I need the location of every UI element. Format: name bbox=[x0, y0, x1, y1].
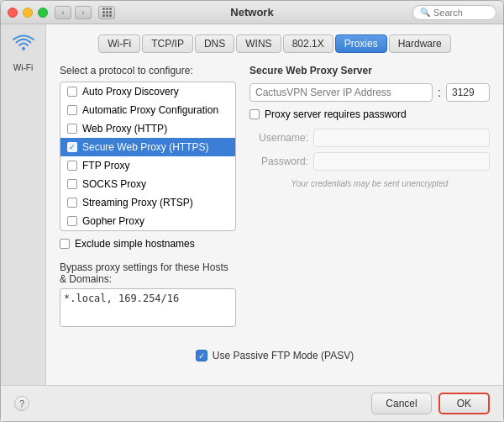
tab-dns[interactable]: DNS bbox=[195, 34, 234, 53]
proto-web-proxy-http[interactable]: Web Proxy (HTTP) bbox=[60, 119, 235, 138]
proto-label-auto-config: Automatic Proxy Configuration bbox=[82, 104, 218, 116]
tab-wifi[interactable]: Wi-Fi bbox=[98, 34, 140, 53]
proto-label-socks: SOCKS Proxy bbox=[82, 178, 146, 190]
nav-buttons: ‹ › bbox=[55, 6, 115, 19]
main-panel: Wi-Fi TCP/IP DNS WINS 802.1X Proxies Har… bbox=[46, 24, 503, 385]
credentials-note: Your credentials may be sent unencrypted bbox=[249, 179, 490, 188]
search-box[interactable]: 🔍 bbox=[412, 5, 496, 20]
exclude-row: Exclude simple hostnames bbox=[60, 238, 236, 250]
server-row: : bbox=[249, 83, 490, 102]
bypass-label: Bypass proxy settings for these Hosts & … bbox=[60, 261, 236, 285]
proto-streaming-proxy[interactable]: Streaming Proxy (RTSP) bbox=[60, 193, 235, 212]
maximize-button[interactable] bbox=[38, 8, 48, 18]
wifi-icon bbox=[12, 33, 35, 58]
password-input[interactable] bbox=[313, 152, 490, 171]
proto-label-auto: Auto Proxy Discovery bbox=[82, 86, 179, 98]
proto-checkbox-streaming bbox=[67, 198, 77, 208]
footer: ? Cancel OK bbox=[1, 385, 503, 421]
proto-checkbox-ftp bbox=[67, 161, 77, 171]
cancel-button[interactable]: Cancel bbox=[371, 393, 431, 414]
tab-tcpip[interactable]: TCP/IP bbox=[142, 34, 193, 53]
back-button[interactable]: ‹ bbox=[55, 6, 71, 19]
password-label: Password: bbox=[249, 156, 308, 167]
tab-proxies[interactable]: Proxies bbox=[335, 34, 387, 53]
footer-buttons: Cancel OK bbox=[371, 393, 490, 414]
port-input[interactable] bbox=[446, 83, 490, 102]
pasv-row: Use Passive FTP Mode (PASV) bbox=[196, 350, 354, 361]
sidebar: Wi-Fi bbox=[1, 24, 46, 385]
proto-automatic-proxy-config[interactable]: Automatic Proxy Configuration bbox=[60, 101, 235, 119]
proto-checkbox-gopher bbox=[67, 216, 77, 226]
grid-button[interactable] bbox=[98, 6, 115, 19]
proto-checkbox-auto bbox=[67, 87, 77, 97]
password-row: Password: bbox=[249, 152, 490, 171]
proto-label-gopher: Gopher Proxy bbox=[82, 215, 144, 227]
ok-button[interactable]: OK bbox=[438, 393, 490, 414]
exclude-label: Exclude simple hostnames bbox=[75, 238, 195, 250]
window: ‹ › Network 🔍 bbox=[0, 0, 504, 422]
tabs: Wi-Fi TCP/IP DNS WINS 802.1X Proxies Har… bbox=[60, 34, 490, 53]
minimize-button[interactable] bbox=[23, 8, 33, 18]
server-input[interactable] bbox=[249, 83, 433, 102]
window-buttons bbox=[8, 8, 48, 18]
proto-checkbox-https bbox=[67, 142, 77, 152]
proto-label-http: Web Proxy (HTTP) bbox=[82, 123, 167, 135]
proxy-password-row: Proxy server requires password bbox=[249, 108, 490, 120]
pasv-checkbox[interactable] bbox=[196, 350, 207, 361]
pasv-label: Use Passive FTP Mode (PASV) bbox=[213, 350, 354, 361]
bypass-textarea[interactable] bbox=[60, 288, 236, 327]
body: Select a protocol to configure: Auto Pro… bbox=[60, 65, 490, 350]
tab-8021x[interactable]: 802.1X bbox=[283, 34, 333, 53]
forward-button[interactable]: › bbox=[75, 6, 92, 19]
window-title: Network bbox=[230, 6, 273, 18]
left-panel: Select a protocol to configure: Auto Pro… bbox=[60, 65, 236, 350]
svg-point-0 bbox=[22, 47, 25, 50]
proto-socks-proxy[interactable]: SOCKS Proxy bbox=[60, 175, 235, 193]
protocol-list: Auto Proxy Discovery Automatic Proxy Con… bbox=[60, 82, 236, 231]
username-input[interactable] bbox=[313, 129, 490, 147]
tab-wins[interactable]: WINS bbox=[236, 34, 281, 53]
proto-label-https: Secure Web Proxy (HTTPS) bbox=[82, 141, 208, 153]
colon-separator: : bbox=[438, 86, 441, 99]
tab-hardware[interactable]: Hardware bbox=[389, 34, 451, 53]
sidebar-wifi-label: Wi-Fi bbox=[13, 63, 33, 72]
proto-ftp-proxy[interactable]: FTP Proxy bbox=[60, 156, 235, 175]
protocol-section-label: Select a protocol to configure: bbox=[60, 65, 236, 76]
search-icon: 🔍 bbox=[420, 8, 430, 17]
username-row: Username: bbox=[249, 129, 490, 147]
proto-label-streaming: Streaming Proxy (RTSP) bbox=[82, 197, 193, 208]
close-button[interactable] bbox=[8, 8, 18, 18]
bottom-area: Use Passive FTP Mode (PASV) bbox=[60, 350, 490, 375]
proto-secure-web-proxy[interactable]: Secure Web Proxy (HTTPS) bbox=[60, 138, 235, 156]
titlebar: ‹ › Network 🔍 bbox=[1, 1, 503, 24]
search-input[interactable] bbox=[433, 8, 492, 18]
proto-checkbox-http bbox=[67, 124, 77, 134]
proto-label-ftp: FTP Proxy bbox=[82, 160, 129, 171]
help-button[interactable]: ? bbox=[14, 396, 29, 411]
exclude-checkbox[interactable] bbox=[60, 239, 70, 249]
proto-checkbox-auto-config bbox=[67, 105, 77, 115]
right-section-title: Secure Web Proxy Server bbox=[249, 65, 490, 76]
proto-auto-proxy-discovery[interactable]: Auto Proxy Discovery bbox=[60, 82, 235, 101]
proxy-password-checkbox[interactable] bbox=[249, 109, 260, 119]
proto-gopher-proxy[interactable]: Gopher Proxy bbox=[60, 212, 235, 230]
proto-checkbox-socks bbox=[67, 179, 77, 189]
username-label: Username: bbox=[249, 132, 308, 144]
right-panel: Secure Web Proxy Server : Proxy server r… bbox=[249, 65, 490, 350]
content: Wi-Fi Wi-Fi TCP/IP DNS WINS 802.1X Proxi… bbox=[1, 24, 503, 385]
proxy-password-label: Proxy server requires password bbox=[265, 108, 407, 120]
